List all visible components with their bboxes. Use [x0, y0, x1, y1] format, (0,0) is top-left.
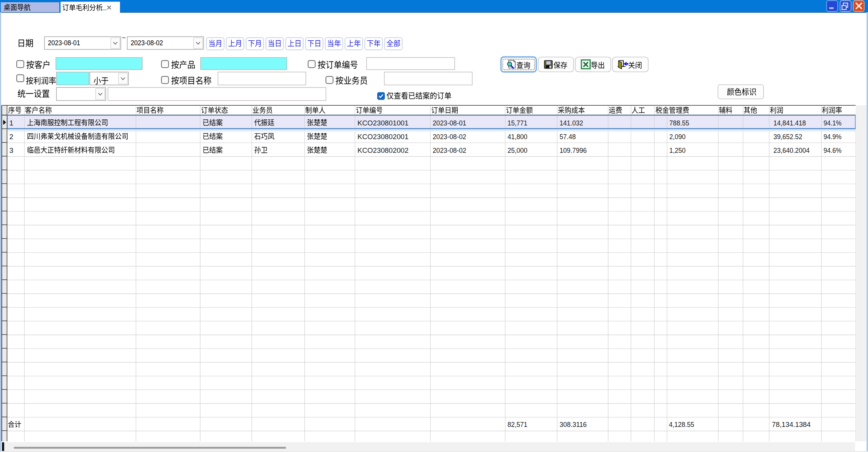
svg-text:14,841.418: 14,841.418	[773, 119, 806, 127]
svg-text:~: ~	[122, 34, 126, 41]
svg-text:94.9%: 94.9%	[824, 133, 841, 141]
svg-text:2023-08-02: 2023-08-02	[131, 39, 163, 47]
svg-text:94.1%: 94.1%	[824, 119, 841, 127]
svg-text:141.032: 141.032	[560, 119, 583, 127]
svg-text:KCO230802001: KCO230802001	[357, 133, 408, 141]
svg-text:KCO230801001: KCO230801001	[357, 119, 408, 127]
svg-text:23,640.2004: 23,640.2004	[773, 146, 810, 154]
svg-text:788.55: 788.55	[669, 119, 689, 127]
svg-text:1: 1	[9, 119, 14, 127]
svg-text:82,571: 82,571	[508, 420, 527, 428]
svg-text:4,128.55: 4,128.55	[669, 420, 694, 428]
svg-text:25,000: 25,000	[508, 146, 527, 154]
svg-text:39,652.52: 39,652.52	[773, 133, 802, 141]
svg-text:41,800: 41,800	[508, 133, 527, 141]
svg-text:78,134.1384: 78,134.1384	[772, 420, 811, 428]
svg-text:308.3116: 308.3116	[560, 420, 587, 428]
svg-text:109.7996: 109.7996	[560, 146, 587, 154]
svg-text:57.48: 57.48	[560, 133, 576, 141]
svg-text:2023-08-02: 2023-08-02	[433, 133, 466, 141]
svg-text:2: 2	[9, 133, 14, 141]
svg-text:2023-08-02: 2023-08-02	[433, 146, 466, 154]
svg-text:2,090: 2,090	[669, 133, 686, 141]
svg-text:2023-08-01: 2023-08-01	[48, 39, 80, 47]
svg-text:1,250: 1,250	[669, 146, 686, 154]
svg-text:94.6%: 94.6%	[824, 146, 841, 154]
svg-text:3: 3	[9, 146, 14, 154]
svg-text:KCO230802002: KCO230802002	[357, 146, 408, 154]
svg-text:...: ...	[101, 4, 107, 12]
svg-text:15,771: 15,771	[508, 119, 527, 127]
svg-text:2023-08-01: 2023-08-01	[433, 119, 466, 127]
